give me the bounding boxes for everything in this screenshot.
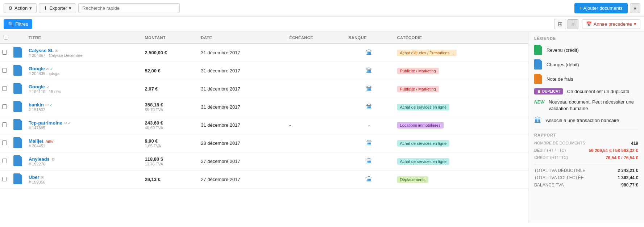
row-echeance bbox=[286, 98, 345, 116]
divider bbox=[534, 129, 638, 129]
balance-value: 980,77 € bbox=[621, 182, 638, 188]
doc-title-link[interactable]: Uber bbox=[29, 175, 40, 180]
select-all-checkbox[interactable] bbox=[4, 35, 8, 39]
revenue-text: Revenu (crédit) bbox=[547, 47, 579, 53]
icon-header bbox=[12, 32, 25, 43]
montant-header[interactable]: MONTANT bbox=[141, 32, 197, 43]
doc-title-link[interactable]: bankin bbox=[29, 102, 44, 108]
date-header[interactable]: DATE bbox=[197, 32, 286, 43]
filter-icon: 🔍 bbox=[8, 21, 14, 27]
row-echeance bbox=[286, 152, 345, 171]
row-doc-icon bbox=[12, 134, 25, 152]
tva-value: 40,60 TVA bbox=[145, 126, 194, 130]
tva-deductible-row: TOTAL TVA DÉDUCTIBLE 2 343,21 € bbox=[534, 168, 638, 173]
row-checkbox[interactable] bbox=[0, 62, 12, 80]
amount-value: 2,07 € bbox=[145, 86, 194, 92]
row-doc-icon bbox=[12, 62, 25, 80]
mail-icon: ✉ bbox=[46, 67, 49, 71]
row-checkbox[interactable] bbox=[0, 134, 12, 152]
row-checkbox[interactable] bbox=[0, 171, 12, 189]
filter-button[interactable]: 🔍 Filtres bbox=[4, 19, 32, 29]
mail-icon: ✉ bbox=[64, 121, 67, 125]
mail-icon: ✉ bbox=[55, 49, 58, 53]
action-button[interactable]: ⚙ Action ▾ bbox=[4, 3, 37, 13]
row-doc-icon bbox=[12, 152, 25, 171]
main-container: TITRE MONTANT DATE ÉCHÉANCE BANQUE CATÉG… bbox=[0, 32, 644, 223]
doc-subtitle: # 151502 bbox=[29, 108, 137, 112]
table-row: Uber ✉ # 159356 29,13 € 27 décembre 2017… bbox=[0, 171, 528, 189]
titre-header[interactable]: TITRE bbox=[25, 32, 141, 43]
tva-value: 13,76 TVA bbox=[145, 162, 194, 166]
doc-title-link[interactable]: Anyleads bbox=[29, 156, 50, 162]
tva-collectee-row: TOTAL TVA COLLECTÉE 1 362,44 € bbox=[534, 175, 638, 180]
row-title: Anyleads ⚙ # 192276 bbox=[25, 152, 141, 171]
export-button[interactable]: ⬇ Exporter ▾ bbox=[39, 3, 76, 13]
legend-section: LÉGENDE Revenu (crédit) Charges (débit) bbox=[534, 36, 638, 125]
no-bank: - bbox=[368, 122, 370, 128]
echeance-header[interactable]: ÉCHÉANCE bbox=[286, 32, 345, 43]
bank-icon: 🏛 bbox=[366, 67, 372, 74]
doc-title-link[interactable]: Calysse SL bbox=[29, 48, 54, 53]
row-title: Google ✓ # 194110 - 15 déc bbox=[25, 80, 141, 98]
row-amount: 52,00 € bbox=[141, 62, 197, 80]
row-date: 31 décembre 2017 bbox=[197, 98, 286, 116]
row-doc-icon bbox=[12, 171, 25, 189]
charges-icon bbox=[534, 59, 542, 70]
bank-legend-icon: 🏛 bbox=[534, 116, 541, 125]
bank-icon: 🏛 bbox=[366, 176, 372, 183]
row-amount: 9,90 € 1,65 TVA bbox=[141, 134, 197, 152]
doc-title-link[interactable]: Google bbox=[29, 66, 45, 71]
bank-legend-text: Associé à une transaction bancaire bbox=[546, 118, 619, 123]
search-input[interactable] bbox=[78, 3, 180, 13]
row-echeance bbox=[286, 134, 345, 152]
second-toolbar: 🔍 Filtres ⊞ ≡ 📅 Annee precedente ▾ bbox=[0, 17, 644, 32]
row-title: Calysse SL ✉ # 204867 - Calysse Décembre bbox=[25, 43, 141, 62]
row-echeance bbox=[286, 171, 345, 189]
table-row: Google ✓ # 194110 - 15 déc 2,07 € 31 déc… bbox=[0, 80, 528, 98]
row-bank: 🏛 bbox=[345, 98, 393, 116]
new-legend-badge: NEW bbox=[534, 100, 544, 105]
dropdown-arrow-export-icon: ▾ bbox=[69, 5, 71, 11]
checkbox-header bbox=[0, 32, 12, 43]
doc-title-link[interactable]: Tcp-patrimoine bbox=[29, 120, 62, 126]
doc-subtitle: # 159356 bbox=[29, 180, 137, 184]
rapport-credit-row: CRÉDIT (HT/ TTC) 76,54 € / 76,54 € bbox=[534, 155, 638, 160]
amount-value: 29,13 € bbox=[145, 177, 194, 182]
doc-title-link[interactable]: Google bbox=[29, 84, 45, 89]
category-badge: Achat de services en ligne bbox=[397, 104, 449, 110]
tva-deductible-value: 2 343,21 € bbox=[618, 168, 638, 173]
row-date: 31 décembre 2017 bbox=[197, 62, 286, 80]
list-view-button[interactable]: ≡ bbox=[568, 19, 578, 29]
row-checkbox[interactable] bbox=[0, 80, 12, 98]
categorie-header[interactable]: CATÉGORIE bbox=[394, 32, 521, 43]
tva-value: 1,65 TVA bbox=[145, 144, 194, 148]
banque-header[interactable]: BANQUE bbox=[345, 32, 393, 43]
doc-subtitle: # 192276 bbox=[29, 162, 137, 166]
collapse-sidebar-button[interactable]: « bbox=[630, 3, 640, 13]
category-badge: Achat de services en ligne bbox=[397, 158, 449, 165]
row-title: Google ✉✓ # 204839 - iptsga bbox=[25, 62, 141, 80]
row-category: Achat de services en ligne bbox=[394, 152, 521, 171]
bank-icon: 🏛 bbox=[366, 140, 372, 147]
category-badge: Achat d'études / Prestations ... bbox=[397, 50, 457, 56]
category-badge: Publicité / Marketing bbox=[397, 86, 439, 92]
check-icon: ✓ bbox=[49, 103, 53, 107]
scroll-header bbox=[521, 32, 528, 43]
bank-icon: 🏛 bbox=[366, 49, 372, 56]
row-checkbox[interactable] bbox=[0, 152, 12, 171]
row-checkbox[interactable] bbox=[0, 116, 12, 134]
add-documents-button[interactable]: + Ajouter documents bbox=[574, 3, 628, 13]
year-selector-button[interactable]: 📅 Annee precedente ▾ bbox=[582, 19, 640, 29]
new-badge-icon: NEW bbox=[46, 140, 53, 143]
sidebar: LÉGENDE Revenu (crédit) Charges (débit) bbox=[528, 32, 644, 223]
rapport-doc-count-label: NOMBRE DE DOCUMENTS bbox=[534, 141, 585, 146]
table-row: Tcp-patrimoine ✉✓ # 147695 243,60 € 40,6… bbox=[0, 116, 528, 134]
row-checkbox[interactable] bbox=[0, 43, 12, 62]
balance-label: BALANCE TVA bbox=[534, 182, 564, 188]
row-checkbox[interactable] bbox=[0, 98, 12, 116]
grid-view-button[interactable]: ⊞ bbox=[554, 19, 566, 29]
doc-title-link[interactable]: Mailjet bbox=[29, 138, 43, 144]
legend-item-revenue: Revenu (crédit) bbox=[534, 45, 638, 55]
row-date: 31 décembre 2017 bbox=[197, 80, 286, 98]
doc-subtitle: # 204451 bbox=[29, 144, 137, 148]
